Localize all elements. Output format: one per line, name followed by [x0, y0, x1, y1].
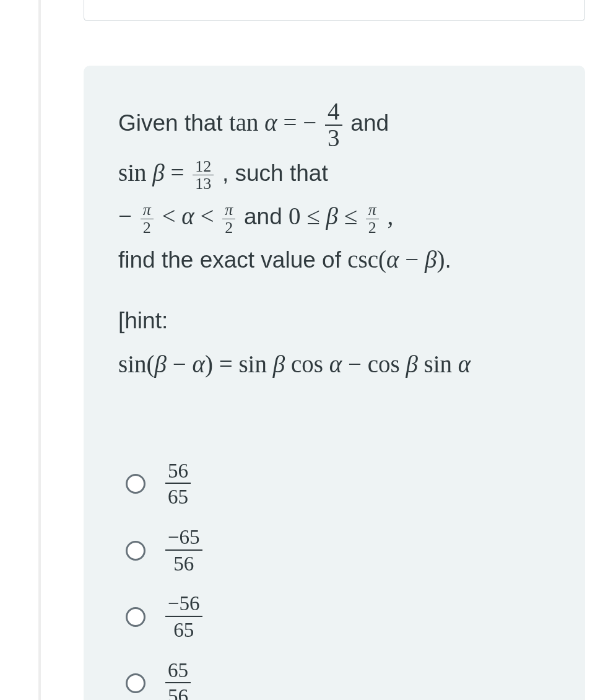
fraction-denominator: 65 — [165, 484, 191, 508]
fraction-numerator: π — [222, 201, 235, 219]
fraction-numerator: 56 — [165, 460, 191, 484]
minus: − — [118, 203, 132, 229]
fraction-option-4: 65 56 — [165, 660, 191, 700]
fn-sin: sin — [118, 159, 147, 186]
left-rail — [38, 0, 41, 700]
minus: − — [405, 246, 419, 273]
var-beta: β — [155, 351, 167, 377]
var-beta: β — [406, 351, 417, 377]
fraction-option-1: 56 65 — [165, 460, 191, 508]
previous-card-bottom — [84, 0, 585, 21]
fraction-option-3: −56 65 — [165, 593, 202, 641]
var-alpha: α — [264, 109, 277, 136]
fraction-numerator: −65 — [165, 527, 202, 551]
fraction-denominator: 56 — [165, 551, 202, 575]
fraction-pi-2: π 2 — [141, 201, 154, 236]
comma: , — [388, 203, 394, 229]
fraction-pi-2: π 2 — [366, 201, 379, 236]
period: . — [445, 247, 451, 273]
fn-csc: csc — [347, 246, 378, 273]
lt: < — [162, 203, 182, 229]
fn-cos: cos — [368, 351, 400, 377]
fraction-denominator: 2 — [222, 219, 235, 236]
answer-options: 56 65 −65 56 −56 — [126, 460, 585, 700]
var-alpha: α — [386, 246, 399, 273]
le: ≤ — [306, 203, 326, 229]
open-paren: ( — [147, 351, 155, 377]
radio-icon[interactable] — [126, 673, 145, 693]
hint-label: [hint: — [118, 308, 168, 333]
le: ≤ — [344, 203, 363, 229]
fraction-numerator: −56 — [165, 593, 202, 617]
minus: − — [348, 351, 368, 377]
option-label: 65 56 — [163, 660, 193, 700]
fraction-denominator: 65 — [165, 617, 202, 641]
fraction-numerator: 4 — [325, 99, 342, 126]
fn-sin: sin — [238, 351, 267, 377]
fn-sin: sin — [424, 351, 453, 377]
var-alpha: α — [329, 351, 342, 377]
close-paren: ) — [205, 351, 213, 377]
equals: = — [219, 351, 239, 377]
answer-option-3[interactable]: −56 65 — [126, 593, 585, 641]
fn-sin: sin — [118, 351, 147, 377]
fraction-denominator: 2 — [366, 219, 379, 236]
radio-icon[interactable] — [126, 474, 145, 494]
close-paren: ) — [436, 246, 445, 273]
fraction-option-2: −65 56 — [165, 527, 202, 574]
option-label: −56 65 — [163, 593, 205, 641]
text-find: find the exact value of — [118, 247, 347, 273]
fraction-pi-2: π 2 — [222, 201, 235, 236]
lt: < — [201, 203, 220, 229]
minus: − — [167, 351, 193, 377]
text-such-that: , such that — [222, 160, 328, 186]
fraction-numerator: π — [366, 201, 379, 219]
answer-option-1[interactable]: 56 65 — [126, 460, 585, 508]
fraction-denominator: 13 — [193, 175, 214, 192]
text-and: and — [350, 110, 389, 136]
option-label: 56 65 — [163, 460, 193, 508]
option-label: −65 56 — [163, 527, 205, 574]
fraction-denominator: 2 — [141, 219, 154, 236]
answer-option-4[interactable]: 65 56 — [126, 660, 585, 700]
hint: [hint: sin(β − α) = sin β cos α − cos β … — [118, 299, 585, 385]
fraction-denominator: 56 — [165, 683, 191, 700]
var-alpha: α — [181, 203, 194, 229]
var-alpha: α — [458, 351, 471, 377]
question-stem: Given that tan α = − 4 3 and sin β = 12 … — [118, 99, 585, 386]
question-card: Given that tan α = − 4 3 and sin β = 12 … — [84, 66, 585, 700]
fn-cos: cos — [291, 351, 323, 377]
fraction-numerator: π — [141, 201, 154, 219]
var-beta: β — [326, 203, 337, 229]
var-beta: β — [425, 246, 436, 273]
text-and2: and — [244, 204, 289, 229]
open-paren: ( — [378, 246, 386, 273]
fraction-numerator: 12 — [193, 158, 214, 175]
fraction-denominator: 3 — [325, 126, 342, 151]
radio-icon[interactable] — [126, 541, 145, 561]
page: Given that tan α = − 4 3 and sin β = 12 … — [0, 0, 608, 700]
text-given-that: Given that — [118, 110, 229, 136]
var-alpha: α — [192, 351, 204, 377]
answer-option-2[interactable]: −65 56 — [126, 527, 585, 574]
fraction-12-13: 12 13 — [193, 158, 214, 193]
minus: − — [303, 109, 316, 136]
fraction-numerator: 65 — [165, 660, 191, 684]
var-beta: β — [152, 159, 164, 186]
var-beta: β — [273, 351, 285, 377]
fn-tan: tan — [229, 109, 259, 136]
fraction-4-3: 4 3 — [325, 99, 342, 151]
radio-icon[interactable] — [126, 607, 145, 627]
zero: 0 — [289, 203, 301, 229]
equals: = — [284, 109, 303, 136]
equals: = — [170, 159, 190, 186]
